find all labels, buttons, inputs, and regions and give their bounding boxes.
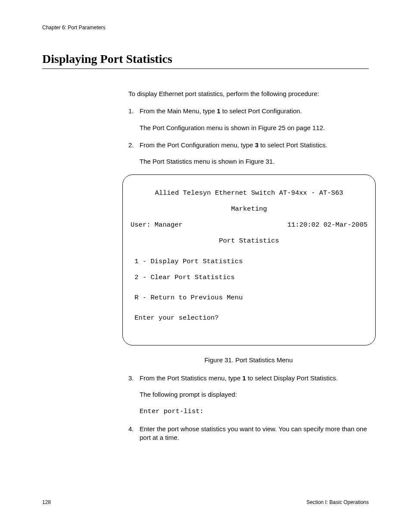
step-4: 4. Enter the port whose statistics you w… [128,425,369,442]
step-3: 3. From the Port Statistics menu, type 1… [128,374,369,416]
step-text: From the Port Configuration menu, type 3… [140,141,327,149]
terminal-option-1: 1 - Display Port Statistics [131,258,367,266]
title-block: Displaying Port Statistics [42,52,369,69]
step-text: From the Port Statistics menu, type 1 to… [140,374,338,382]
page-footer: 128 Section I: Basic Operations [42,499,369,505]
terminal-figure: Allied Telesyn Ethernet Switch AT-94xx -… [122,174,369,345]
step-text-bold: 3 [255,141,258,149]
step-text-post: to select Port Configuration. [221,107,302,115]
procedure-list: 1. From the Main Menu, type 1 to select … [128,107,369,166]
terminal-user-row: User: Manager11:20:02 02-Mar-2005 [131,221,367,229]
step-text: Enter the port whose statistics you want… [140,425,367,441]
step-marker: 2. [128,141,134,149]
step-subtext: The Port Configuration menu is shown in … [140,124,369,132]
page-number: 128 [42,499,51,505]
running-header: Chapter 6: Port Parameters [42,25,369,31]
step-text-post: to select Display Port Statistics. [246,374,338,382]
section-title: Displaying Port Statistics [42,52,369,66]
body-column: To display Ethernet port statistics, per… [128,90,369,442]
step-1: 1. From the Main Menu, type 1 to select … [128,107,369,132]
terminal-user: User: Manager [131,221,183,229]
step-text-bold: 1 [217,107,220,115]
step-text-post: to select Port Statistics. [258,141,327,149]
step-marker: 1. [128,107,134,115]
terminal-option-r: R - Return to Previous Menu [131,294,367,302]
terminal-menu-title: Port Statistics [131,237,367,245]
figure-caption: Figure 31. Port Statistics Menu [128,356,369,364]
step-marker: 3. [128,374,134,383]
step-subtext: The Port Statistics menu is shown in Fig… [140,157,369,166]
step-text-bold: 1 [242,374,246,382]
step-text-pre: From the Port Statistics menu, type [140,374,242,382]
step-text: From the Main Menu, type 1 to select Por… [140,107,302,115]
procedure-list-cont: 3. From the Port Statistics menu, type 1… [128,374,369,442]
terminal-header-line1: Allied Telesyn Ethernet Switch AT-94xx -… [131,189,367,197]
step-marker: 4. [128,425,134,433]
section-label: Section I: Basic Operations [306,499,369,505]
terminal-prompt: Enter your selection? [131,314,367,322]
terminal-option-2: 2 - Clear Port Statistics [131,274,367,282]
step-subtext: The following prompt is displayed: [140,390,369,399]
terminal-box: Allied Telesyn Ethernet Switch AT-94xx -… [122,174,376,345]
step-prompt: Enter port-list: [140,407,369,416]
step-2: 2. From the Port Configuration menu, typ… [128,141,369,166]
step-text-pre: From the Port Configuration menu, type [140,141,255,149]
intro-paragraph: To display Ethernet port statistics, per… [128,90,369,98]
terminal-header-line2: Marketing [131,205,367,213]
step-text-pre: From the Main Menu, type [140,107,217,115]
page: Chapter 6: Port Parameters Displaying Po… [0,0,411,532]
terminal-timestamp: 11:20:02 02-Mar-2005 [287,221,367,229]
